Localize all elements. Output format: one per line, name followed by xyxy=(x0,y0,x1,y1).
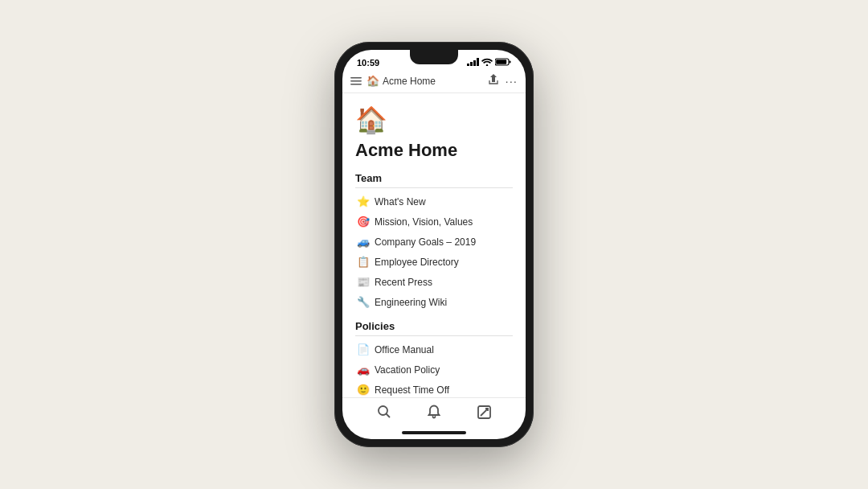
item-emoji: 🔧 xyxy=(357,296,370,308)
list-item[interactable]: 🔧 Engineering Wiki xyxy=(355,292,513,312)
more-button[interactable]: ··· xyxy=(505,74,518,88)
nav-bar: 🏠 Acme Home ··· xyxy=(342,71,526,93)
status-icons xyxy=(467,58,511,68)
svg-rect-8 xyxy=(350,80,362,82)
item-emoji: 🎯 xyxy=(357,216,370,228)
nav-actions: ··· xyxy=(489,74,518,88)
svg-line-11 xyxy=(386,414,390,418)
item-emoji: 🙂 xyxy=(357,384,370,396)
item-label: Request Time Off xyxy=(375,384,449,396)
status-bar: 10:59 xyxy=(342,50,526,71)
section-items-team: ⭐ What's New 🎯 Mission, Vision, Values 🚙… xyxy=(355,190,513,320)
list-item[interactable]: 📋 Employee Directory xyxy=(355,252,513,272)
svg-rect-6 xyxy=(496,60,506,64)
compose-tab[interactable] xyxy=(477,405,491,423)
page-title: Acme Home xyxy=(355,140,513,161)
list-item[interactable]: ⭐ What's New xyxy=(355,191,513,212)
item-emoji: 📰 xyxy=(357,276,370,288)
item-label: Employee Directory xyxy=(375,257,459,268)
list-item[interactable]: 🙂 Request Time Off xyxy=(355,380,513,397)
section-header-policies: Policies xyxy=(355,320,513,336)
menu-icon[interactable] xyxy=(350,75,362,88)
page-emoji: 🏠 xyxy=(355,105,513,135)
phone-frame: 10:59 xyxy=(334,42,534,447)
nav-title: Acme Home xyxy=(383,76,436,87)
item-emoji: 📄 xyxy=(357,343,370,355)
search-tab[interactable] xyxy=(377,405,391,423)
nav-page-emoji: 🏠 xyxy=(366,75,379,87)
item-emoji: 🚗 xyxy=(357,364,370,376)
page-content: 🏠 Acme Home Team ⭐ What's New 🎯 Mission,… xyxy=(342,93,526,397)
share-button[interactable] xyxy=(489,74,498,88)
item-label: Vacation Policy xyxy=(375,364,440,376)
tab-bar xyxy=(342,397,526,426)
item-label: Mission, Vision, Values xyxy=(375,216,473,228)
svg-rect-1 xyxy=(470,62,473,66)
svg-rect-9 xyxy=(350,84,362,85)
list-item[interactable]: 📄 Office Manual xyxy=(355,339,513,360)
item-emoji: 📋 xyxy=(357,256,370,268)
nav-title-area: 🏠 Acme Home xyxy=(366,75,484,87)
svg-rect-7 xyxy=(350,77,362,79)
item-emoji: 🚙 xyxy=(357,236,370,248)
svg-rect-0 xyxy=(467,64,469,66)
list-item[interactable]: 🎯 Mission, Vision, Values xyxy=(355,212,513,232)
item-label: Engineering Wiki xyxy=(375,297,447,308)
wifi-icon xyxy=(481,58,493,68)
svg-point-10 xyxy=(379,406,387,415)
list-item[interactable]: 📰 Recent Press xyxy=(355,272,513,292)
item-label: Office Manual xyxy=(375,344,434,355)
svg-rect-3 xyxy=(477,58,479,66)
svg-rect-2 xyxy=(473,60,476,66)
signal-icon xyxy=(467,58,479,68)
home-bar xyxy=(402,431,466,434)
phone-screen: 10:59 xyxy=(342,50,526,439)
item-emoji: ⭐ xyxy=(357,195,370,208)
battery-icon xyxy=(495,58,511,68)
section-items-policies: 📄 Office Manual 🚗 Vacation Policy 🙂 Requ… xyxy=(355,338,513,397)
home-indicator xyxy=(342,426,526,439)
bell-tab[interactable] xyxy=(428,405,440,423)
item-label: Recent Press xyxy=(375,277,432,288)
item-label: What's New xyxy=(375,196,426,208)
item-label: Company Goals – 2019 xyxy=(375,236,476,248)
section-header-team: Team xyxy=(355,172,513,188)
svg-rect-5 xyxy=(510,61,511,64)
status-time: 10:59 xyxy=(357,58,379,68)
svg-line-13 xyxy=(481,409,488,416)
list-item[interactable]: 🚗 Vacation Policy xyxy=(355,360,513,380)
list-item[interactable]: 🚙 Company Goals – 2019 xyxy=(355,232,513,252)
